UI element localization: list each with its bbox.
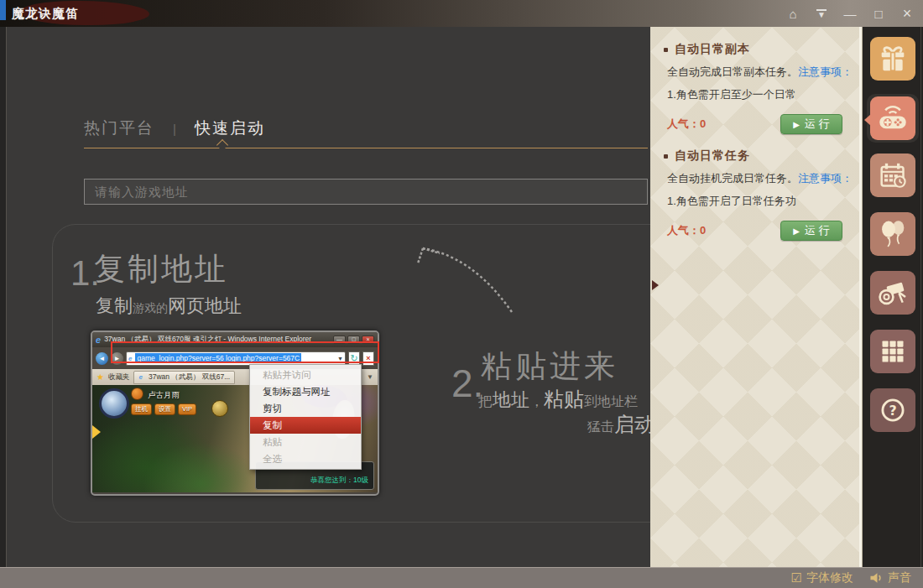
home-icon[interactable]: ⌂ bbox=[782, 3, 804, 23]
task-title: 自动日常任务 bbox=[675, 148, 750, 164]
font-modify-toggle[interactable]: ☑ 字体修改 bbox=[791, 570, 853, 585]
sound-toggle[interactable]: 声音 bbox=[868, 570, 911, 585]
run-button[interactable]: ▶ 运 行 bbox=[780, 221, 842, 241]
calendar-clock-icon[interactable] bbox=[870, 154, 915, 197]
step2-action: 猛击 启动 bbox=[587, 411, 654, 438]
help-icon[interactable]: ? bbox=[870, 388, 915, 432]
ie-screenshot: e 37wan （武易） 双线670服 魂引之灯 - Windows Inter… bbox=[91, 330, 379, 496]
step1-title: 复制地址 bbox=[94, 248, 228, 290]
gold-emblem bbox=[211, 400, 228, 417]
step2-title: 粘贴进来 bbox=[481, 346, 618, 388]
player-avatar bbox=[99, 388, 129, 419]
ie-tab-more-icon: ▼ bbox=[367, 373, 373, 381]
grid-icon[interactable] bbox=[870, 330, 915, 373]
ie-tab: e 37wan （武易） 双线67... bbox=[133, 371, 235, 384]
menu-item-select-all: 全选 bbox=[250, 450, 361, 467]
speaker-icon bbox=[868, 571, 884, 585]
player-name: 卢古月雨 bbox=[148, 390, 180, 401]
menu-item-paste: 粘贴 bbox=[250, 434, 361, 450]
window-controls: ⌂ ▼ — □ × bbox=[782, 0, 918, 27]
task-description: 全自动挂机完成日常任务。注意事项： bbox=[650, 171, 863, 186]
minimize-icon[interactable]: — bbox=[839, 3, 861, 23]
yellow-arrow-icon bbox=[92, 425, 101, 439]
tab-quick-launch[interactable]: 快速启动 bbox=[195, 117, 265, 139]
tab-hot-platform[interactable]: 热门平台 bbox=[84, 117, 154, 139]
notice-link[interactable]: 注意事项： bbox=[798, 65, 853, 78]
game-button-hangup: 挂机 bbox=[131, 403, 152, 415]
step2-description: 把 地址 ， 粘贴 到地址栏 bbox=[478, 386, 638, 413]
tab-bar: 热门平台 | 快速启动 bbox=[84, 117, 265, 139]
task-note: 1.角色需开启了日常任务功 bbox=[650, 194, 863, 209]
app-title: 魔龙诀魔笛 bbox=[12, 6, 79, 22]
gift-icon[interactable] bbox=[870, 37, 915, 81]
close-icon[interactable]: × bbox=[896, 3, 918, 23]
game-chat-text: 恭喜您达到：10级 bbox=[310, 476, 368, 486]
menu-item-cut: 剪切 bbox=[250, 400, 361, 417]
ie-context-menu: 粘贴并访问 复制标题与网址 剪切 复制 粘贴 全选 bbox=[249, 364, 362, 470]
task-title: 自动日常副本 bbox=[675, 42, 750, 57]
app-window: 魔龙诀魔笛 ⌂ ▼ — □ × 热门平台 | 快速启动 1. 复制地址 复制 游… bbox=[0, 0, 923, 588]
desktop-corner bbox=[0, 0, 6, 20]
main-area: 热门平台 | 快速启动 1. 复制地址 复制 游戏的 网页地址 粘贴进来 2. … bbox=[7, 27, 650, 567]
panel-collapse-arrow[interactable] bbox=[652, 280, 659, 290]
game-address-input[interactable] bbox=[84, 179, 648, 205]
checkbox-checked-icon: ☑ bbox=[791, 570, 802, 585]
bullet-icon bbox=[664, 48, 668, 52]
game-buttons: 挂机 设置 VIP bbox=[131, 403, 196, 415]
task-note: 1.角色需开启至少一个日常 bbox=[650, 87, 863, 102]
task-daily-dungeon: 自动日常副本 全自动完成日常副本任务。注意事项： 1.角色需开启至少一个日常 人… bbox=[650, 42, 863, 134]
step1-description: 复制 游戏的 网页地址 bbox=[96, 294, 242, 319]
task-panel: 自动日常副本 全自动完成日常副本任务。注意事项： 1.角色需开启至少一个日常 人… bbox=[650, 27, 863, 567]
bullet-icon bbox=[664, 154, 668, 159]
ie-back-icon: ◄ bbox=[96, 352, 108, 365]
play-icon: ▶ bbox=[793, 120, 800, 129]
run-button[interactable]: ▶ 运 行 bbox=[780, 114, 842, 134]
ie-logo-icon: e bbox=[96, 335, 101, 345]
task-description: 全自动完成日常副本任务。注意事项： bbox=[650, 65, 863, 80]
play-icon: ▶ bbox=[793, 226, 800, 236]
skin-menu-icon[interactable]: ▼ bbox=[811, 3, 832, 23]
favorites-star-icon: ★ bbox=[96, 372, 104, 382]
tab-underline bbox=[84, 148, 648, 148]
scroll-icon[interactable] bbox=[870, 271, 915, 315]
window-left-edge bbox=[0, 27, 7, 567]
maximize-icon[interactable]: □ bbox=[868, 3, 889, 23]
icon-rail: ? bbox=[863, 27, 923, 567]
tab-divider: | bbox=[173, 122, 176, 136]
svg-text:?: ? bbox=[889, 403, 896, 419]
sketch-arrow bbox=[401, 228, 527, 325]
title-bar: 魔龙诀魔笛 ⌂ ▼ — □ × bbox=[0, 0, 923, 27]
menu-item-copy-title-url: 复制标题与网址 bbox=[250, 383, 361, 400]
game-button-settings: 设置 bbox=[154, 403, 175, 415]
popularity-label: 人气：0 bbox=[667, 223, 706, 238]
gamepad-icon[interactable] bbox=[870, 96, 915, 140]
popularity-label: 人气：0 bbox=[667, 117, 706, 132]
status-bar: ☑ 字体修改 声音 bbox=[0, 567, 923, 588]
notice-link[interactable]: 注意事项： bbox=[798, 172, 853, 185]
player-level-badge bbox=[131, 388, 143, 400]
balloons-icon[interactable] bbox=[870, 212, 915, 256]
task-daily-quest: 自动日常任务 全自动挂机完成日常任务。注意事项： 1.角色需开启了日常任务功 人… bbox=[650, 148, 863, 241]
red-callout-box bbox=[111, 341, 379, 363]
favorites-label: 收藏夹 bbox=[108, 372, 130, 382]
tab-caret bbox=[216, 139, 228, 151]
menu-item-paste-and-go: 粘贴并访问 bbox=[250, 367, 361, 383]
menu-item-copy: 复制 bbox=[250, 417, 361, 434]
game-button-vip: VIP bbox=[178, 403, 196, 415]
